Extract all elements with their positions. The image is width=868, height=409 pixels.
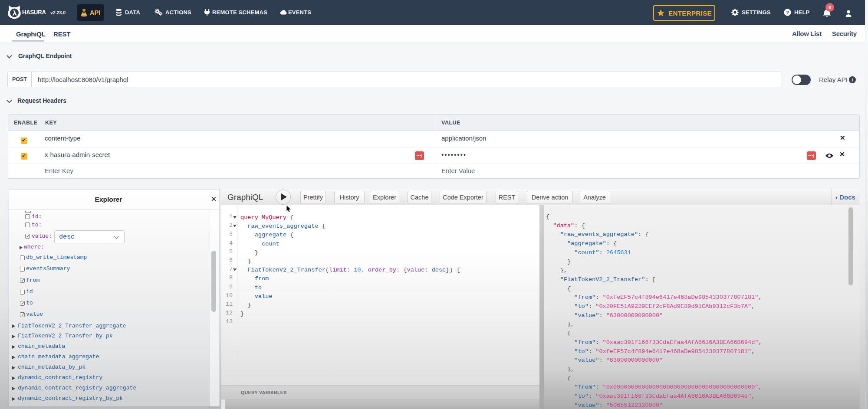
svg-text:?: ? [786,10,789,15]
